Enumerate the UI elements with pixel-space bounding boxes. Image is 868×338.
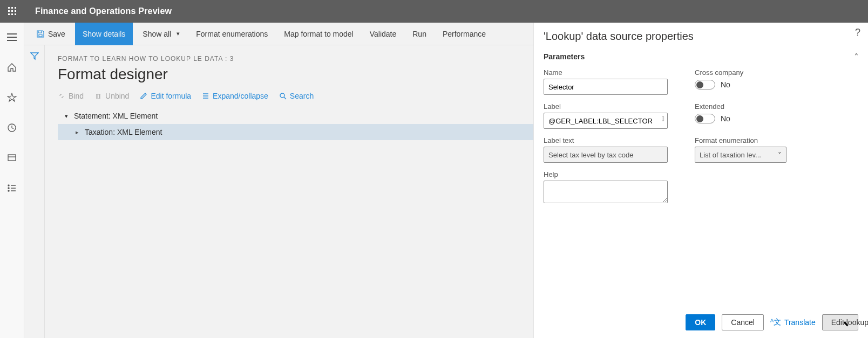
search-label: Search: [290, 92, 314, 100]
favorites-button[interactable]: [0, 88, 24, 107]
show-all-label: Show all: [143, 30, 171, 38]
run-button[interactable]: Run: [406, 23, 433, 45]
cursor-icon: ⬉: [843, 319, 849, 328]
tree-node-label: Statement: XML Element: [71, 112, 158, 120]
pencil-icon: [140, 92, 147, 100]
ok-button[interactable]: OK: [686, 314, 715, 330]
expander-open-icon[interactable]: ▾: [62, 113, 71, 120]
validate-label: Validate: [370, 30, 397, 38]
recent-button[interactable]: [0, 119, 24, 137]
edit-lookup-button[interactable]: Edit lookup⬉: [822, 314, 858, 330]
search-button[interactable]: Search: [279, 92, 314, 100]
label-input[interactable]: [544, 113, 668, 129]
filter-icon[interactable]: [30, 52, 39, 338]
cancel-button[interactable]: Cancel: [722, 314, 764, 330]
save-icon: [36, 30, 45, 38]
name-input[interactable]: [544, 79, 668, 95]
cross-company-toggle[interactable]: [695, 80, 715, 89]
hamburger-icon: [7, 33, 17, 41]
app-title: Finance and Operations Preview: [24, 6, 172, 16]
properties-panel: ? 'Lookup' data source properties Parame…: [533, 23, 868, 338]
panel-title: 'Lookup' data source properties: [544, 30, 858, 43]
edit-formula-button[interactable]: Edit formula: [140, 92, 191, 100]
label-field-group: Label ▯: [544, 102, 668, 129]
chevron-down-icon: ▾: [177, 30, 180, 37]
svg-point-19: [8, 190, 9, 191]
cancel-label: Cancel: [731, 318, 755, 327]
waffle-icon: [8, 7, 17, 16]
save-button[interactable]: Save: [30, 23, 72, 45]
home-icon: [7, 63, 17, 72]
map-format-button[interactable]: Map format to model: [277, 23, 360, 45]
app-launcher-button[interactable]: [0, 0, 24, 23]
translate-button[interactable]: ᴬ文Translate: [770, 318, 816, 327]
list-icon: [202, 92, 209, 100]
svg-rect-6: [8, 13, 10, 15]
panel-footer: OK Cancel ᴬ文Translate Edit lookup⬉: [544, 306, 858, 330]
svg-line-25: [284, 97, 286, 99]
expand-collapse-button[interactable]: Expand/collapse: [202, 92, 268, 100]
parameters-section-header[interactable]: Parameters ˄: [544, 52, 858, 61]
format-enum-value: List of taxation lev...: [700, 151, 761, 159]
validate-button[interactable]: Validate: [363, 23, 403, 45]
chevron-down-icon: ˅: [778, 151, 782, 159]
lookup-icon[interactable]: ▯: [661, 115, 664, 122]
extended-label: Extended: [695, 102, 803, 111]
filter-strip: [24, 45, 45, 338]
expander-closed-icon[interactable]: ▸: [73, 129, 82, 136]
workspaces-button[interactable]: [0, 149, 24, 167]
top-app-bar: Finance and Operations Preview: [0, 0, 868, 23]
search-icon: [279, 92, 287, 100]
show-details-label: Show details: [83, 30, 125, 38]
performance-label: Performance: [443, 30, 486, 38]
labeltext-field-group: Label text Select tax level by tax code: [544, 136, 668, 163]
name-field-group: Name: [544, 68, 668, 95]
left-nav-rail: [0, 23, 24, 338]
help-field-label: Help: [544, 170, 668, 178]
svg-rect-5: [15, 10, 16, 12]
help-button[interactable]: ?: [855, 27, 860, 38]
edit-lookup-label: Edit lookup: [831, 318, 868, 327]
edit-formula-label: Edit formula: [151, 92, 191, 100]
svg-rect-3: [8, 10, 10, 12]
ok-label: OK: [695, 318, 706, 327]
translate-label: Translate: [784, 318, 816, 327]
clock-icon: [7, 123, 17, 133]
labeltext-value: Select tax level by tax code: [548, 151, 634, 159]
svg-rect-7: [11, 13, 13, 15]
toggle-knob: [696, 81, 703, 88]
expand-collapse-label: Expand/collapse: [213, 92, 268, 100]
format-enumerations-button[interactable]: Format enumerations: [189, 23, 274, 45]
format-enum-label: Format enumerations: [196, 30, 268, 38]
home-button[interactable]: [0, 58, 24, 77]
section-label: Parameters: [544, 52, 585, 61]
extended-value: No: [721, 114, 730, 123]
name-field-label: Name: [544, 68, 668, 77]
run-label: Run: [412, 30, 426, 38]
star-icon: [7, 93, 17, 102]
bind-label: Bind: [69, 92, 84, 100]
cross-company-field-group: Cross company No: [695, 68, 803, 89]
extended-toggle[interactable]: [695, 114, 715, 123]
chevron-up-icon: ˄: [855, 52, 858, 61]
show-all-button[interactable]: Show all▾: [136, 23, 186, 45]
tree-node-label: Taxation: XML Element: [82, 128, 162, 136]
svg-rect-1: [11, 7, 13, 9]
save-label: Save: [48, 30, 65, 38]
bind-button[interactable]: Bind: [58, 92, 84, 100]
list-icon: [7, 183, 17, 193]
svg-rect-13: [8, 155, 16, 161]
unbind-button[interactable]: Unbind: [94, 92, 129, 100]
modules-button[interactable]: [0, 179, 24, 197]
help-field-group: Help: [544, 170, 668, 205]
hamburger-button[interactable]: [0, 28, 24, 46]
svg-point-24: [280, 93, 284, 98]
show-details-button[interactable]: Show details: [75, 23, 133, 45]
help-textarea[interactable]: [544, 181, 668, 203]
format-enum-select[interactable]: List of taxation lev... ˅: [695, 147, 786, 163]
performance-button[interactable]: Performance: [436, 23, 492, 45]
map-format-label: Map format to model: [284, 30, 353, 38]
cross-company-value: No: [721, 80, 730, 89]
format-enum-field-group: Format enumeration List of taxation lev.…: [695, 136, 803, 163]
format-enum-label: Format enumeration: [695, 136, 803, 144]
